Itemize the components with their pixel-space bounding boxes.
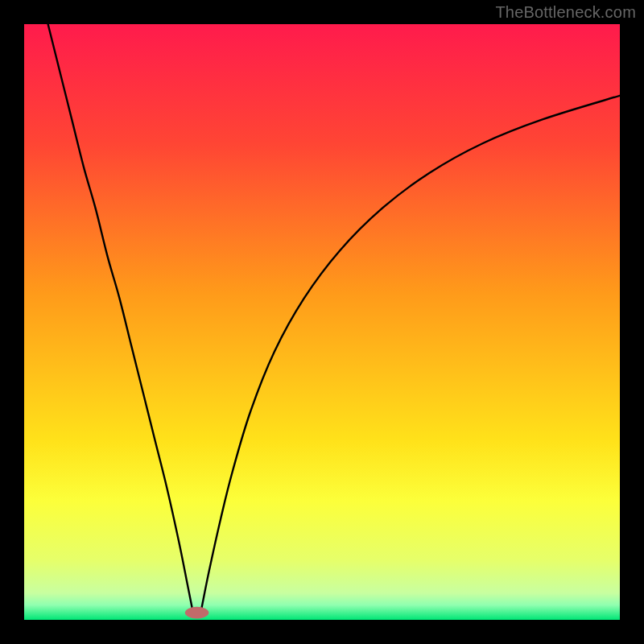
chart-frame: TheBottleneck.com — [0, 0, 644, 644]
min-marker — [185, 607, 209, 619]
credit-label: TheBottleneck.com — [495, 3, 636, 22]
gradient-background — [24, 24, 620, 620]
plot-area — [24, 24, 620, 620]
chart-svg — [24, 24, 620, 620]
